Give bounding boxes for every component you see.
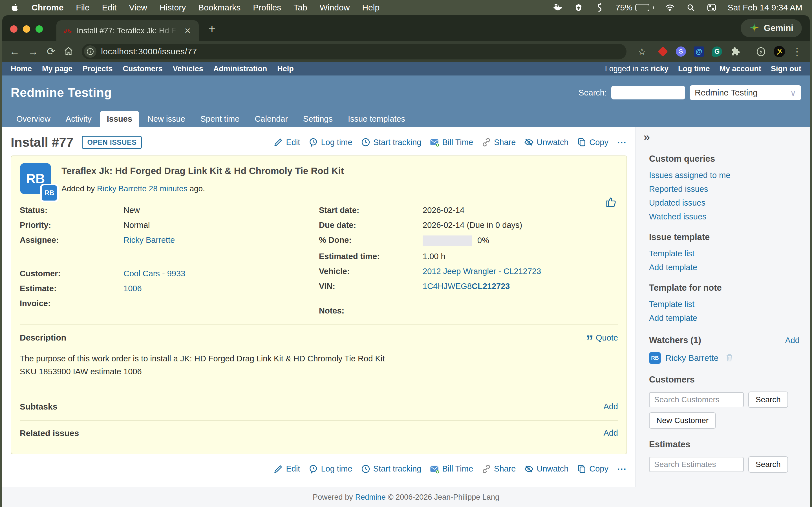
topnav-vehicles[interactable]: Vehicles [173, 64, 203, 73]
share-action[interactable]: Share [481, 137, 516, 147]
topnav-home[interactable]: Home [11, 64, 32, 73]
redmine-footer-link[interactable]: Redmine [355, 493, 386, 502]
more-actions-icon[interactable]: ⋯ [617, 136, 627, 148]
menubar-help[interactable]: Help [362, 3, 379, 12]
open-issues-badge[interactable]: OPEN ISSUES [82, 136, 142, 149]
docker-menubar-icon[interactable] [553, 3, 562, 12]
menubar-window[interactable]: Window [320, 3, 350, 12]
reload-icon[interactable]: ⟳ [47, 47, 55, 57]
topnav-customers[interactable]: Customers [123, 64, 163, 73]
menubar-app-name[interactable]: Chrome [32, 3, 63, 12]
menubar-tab[interactable]: Tab [294, 3, 307, 12]
issue-template-add-link[interactable]: Add template [649, 263, 800, 272]
query-watched-issues[interactable]: Watched issues [649, 212, 800, 221]
new-tab-button[interactable]: + [208, 22, 216, 35]
related-issues-add-link[interactable]: Add [603, 429, 618, 438]
menubar-bookmarks[interactable]: Bookmarks [198, 3, 241, 12]
search-input[interactable] [611, 86, 685, 100]
log-time-action-bottom[interactable]: Log time [308, 464, 352, 474]
zoom-window-button[interactable] [36, 25, 43, 33]
topnav-my-account[interactable]: My account [719, 64, 761, 73]
search-customers-button[interactable]: Search [748, 392, 788, 408]
topnav-projects[interactable]: Projects [83, 64, 113, 73]
tab-settings[interactable]: Settings [296, 111, 340, 127]
topnav-sign-out[interactable]: Sign out [771, 64, 801, 73]
thumbs-up-icon[interactable] [605, 196, 617, 209]
forward-icon[interactable]: → [28, 47, 38, 57]
menubar-status-icon-2[interactable] [574, 3, 583, 12]
author-link[interactable]: Ricky Barrette [97, 184, 147, 193]
address-bar[interactable]: localhost:3000/issues/77 [82, 44, 626, 59]
extension-icon-red[interactable] [658, 46, 668, 57]
extension-icon-g[interactable]: G [712, 46, 722, 57]
control-center-icon[interactable] [707, 3, 716, 12]
spotlight-search-icon[interactable] [686, 3, 696, 12]
tab-close-icon[interactable]: ✕ [183, 26, 192, 36]
query-issues-assigned[interactable]: Issues assigned to me [649, 171, 800, 180]
tab-spent-time[interactable]: Spent time [194, 111, 246, 127]
topnav-help[interactable]: Help [277, 64, 294, 73]
bill-time-action[interactable]: Bill Time [430, 137, 473, 147]
battery-indicator[interactable]: 75% [615, 3, 654, 12]
wifi-icon[interactable] [665, 3, 675, 12]
note-template-list-link[interactable]: Template list [649, 300, 800, 309]
home-icon[interactable] [64, 46, 73, 57]
quote-link[interactable]: ” Quote [586, 333, 618, 342]
more-actions-icon-bottom[interactable]: ⋯ [617, 463, 627, 474]
topnav-log-time[interactable]: Log time [678, 64, 710, 73]
copy-action[interactable]: Copy [577, 137, 608, 147]
site-info-icon[interactable] [84, 45, 96, 58]
unwatch-action-bottom[interactable]: Unwatch [524, 464, 568, 474]
search-estimates-input[interactable] [649, 457, 744, 472]
search-estimates-button[interactable]: Search [748, 456, 788, 473]
extension-icon-at[interactable]: @ [694, 46, 704, 57]
tab-calendar[interactable]: Calendar [248, 111, 295, 127]
extensions-puzzle-icon[interactable] [730, 46, 741, 57]
tab-issue-templates[interactable]: Issue templates [341, 111, 412, 127]
menubar-edit[interactable]: Edit [102, 3, 117, 12]
share-action-bottom[interactable]: Share [481, 464, 516, 474]
tab-overview[interactable]: Overview [10, 111, 57, 127]
topnav-administration[interactable]: Administration [213, 64, 267, 73]
query-reported-issues[interactable]: Reported issues [649, 184, 800, 194]
menubar-file[interactable]: File [76, 3, 89, 12]
tab-new-issue[interactable]: New issue [141, 111, 192, 127]
tab-activity[interactable]: Activity [59, 111, 98, 127]
watchers-add-link[interactable]: Add [785, 336, 800, 345]
extension-icon-s[interactable]: S [675, 46, 686, 57]
log-time-action[interactable]: Log time [308, 137, 352, 147]
search-customers-input[interactable] [649, 392, 744, 407]
new-customer-button[interactable]: New Customer [649, 412, 716, 429]
edit-action-bottom[interactable]: Edit [273, 464, 300, 474]
note-template-add-link[interactable]: Add template [649, 314, 800, 323]
menubar-clock[interactable]: Sat Feb 14 9:34 AM [728, 3, 802, 12]
gemini-button[interactable]: Gemini [741, 19, 802, 37]
collapse-sidebar-icon[interactable]: » [644, 131, 650, 143]
bill-time-action-bottom[interactable]: Bill Time [430, 464, 473, 474]
delete-watcher-icon[interactable] [725, 353, 734, 363]
menubar-view[interactable]: View [129, 3, 147, 12]
battery-saver-icon[interactable] [756, 46, 766, 57]
menubar-profiles[interactable]: Profiles [253, 3, 281, 12]
bookmark-star-icon[interactable]: ☆ [635, 46, 649, 57]
start-tracking-action[interactable]: Bill Time Start tracking [361, 137, 421, 147]
subtasks-add-link[interactable]: Add [603, 402, 618, 411]
query-updated-issues[interactable]: Updated issues [649, 198, 800, 208]
added-time-link[interactable]: 28 minutes [149, 184, 188, 193]
project-jump-select[interactable]: Redmine Testing ∨ [690, 86, 801, 100]
issue-template-list-link[interactable]: Template list [649, 249, 800, 258]
close-window-button[interactable] [10, 25, 17, 33]
back-icon[interactable]: ← [10, 47, 20, 57]
unwatch-action[interactable]: Unwatch [524, 137, 568, 147]
start-tracking-action-bottom[interactable]: Start tracking [361, 464, 421, 474]
tab-issues[interactable]: Issues [100, 111, 139, 127]
copy-action-bottom[interactable]: Copy [577, 464, 608, 474]
edit-action[interactable]: Edit [273, 137, 300, 147]
menubar-history[interactable]: History [160, 3, 186, 12]
menubar-status-icon-3[interactable] [595, 3, 604, 12]
apple-logo-icon[interactable] [10, 3, 19, 12]
profile-avatar[interactable] [774, 46, 785, 57]
chrome-menu-icon[interactable]: ⋮ [792, 46, 802, 57]
browser-tab[interactable]: Install #77: Teraflex Jk: Hd Fo ✕ [56, 20, 199, 41]
minimize-window-button[interactable] [23, 25, 30, 33]
